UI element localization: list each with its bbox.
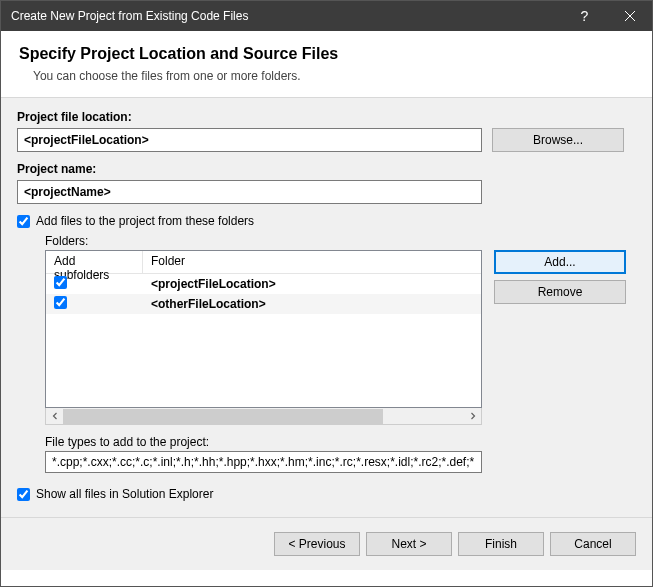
- name-label: Project name:: [17, 162, 636, 176]
- show-all-label: Show all files in Solution Explorer: [36, 487, 213, 501]
- scroll-right-button[interactable]: [464, 409, 481, 424]
- window-title: Create New Project from Existing Code Fi…: [11, 9, 562, 23]
- add-button[interactable]: Add...: [494, 250, 626, 274]
- folders-table[interactable]: Add subfolders Folder <projectFileLocati…: [45, 250, 482, 408]
- chevron-left-icon: [51, 412, 59, 420]
- table-row[interactable]: <otherFileLocation>: [46, 294, 481, 314]
- col-folder[interactable]: Folder: [143, 251, 481, 273]
- row-folder-path: <otherFileLocation>: [143, 297, 481, 311]
- chevron-right-icon: [469, 412, 477, 420]
- finish-button[interactable]: Finish: [458, 532, 544, 556]
- scroll-thumb[interactable]: [63, 409, 383, 424]
- wizard-footer: < Previous Next > Finish Cancel: [1, 517, 652, 570]
- add-folders-checkbox[interactable]: [17, 215, 30, 228]
- col-add-subfolders[interactable]: Add subfolders: [46, 251, 143, 273]
- previous-button[interactable]: < Previous: [274, 532, 360, 556]
- remove-button[interactable]: Remove: [494, 280, 626, 304]
- folders-label: Folders:: [45, 234, 636, 248]
- filetypes-input[interactable]: [45, 451, 482, 473]
- wizard-body: Project file location: Browse... Project…: [1, 98, 652, 517]
- page-title: Specify Project Location and Source File…: [19, 45, 634, 63]
- location-label: Project file location:: [17, 110, 636, 124]
- page-subtitle: You can choose the files from one or mor…: [33, 69, 634, 83]
- row-subfolders-checkbox[interactable]: [54, 276, 67, 289]
- row-subfolders-checkbox[interactable]: [54, 296, 67, 309]
- table-header: Add subfolders Folder: [46, 251, 481, 274]
- scroll-left-button[interactable]: [46, 409, 63, 424]
- browse-button[interactable]: Browse...: [492, 128, 624, 152]
- cancel-button[interactable]: Cancel: [550, 532, 636, 556]
- show-all-checkbox[interactable]: [17, 488, 30, 501]
- help-button[interactable]: ?: [562, 1, 607, 31]
- filetypes-label: File types to add to the project:: [45, 435, 636, 449]
- row-folder-path: <projectFileLocation>: [143, 277, 481, 291]
- horizontal-scrollbar[interactable]: [45, 408, 482, 425]
- add-folders-label: Add files to the project from these fold…: [36, 214, 254, 228]
- close-button[interactable]: [607, 1, 652, 31]
- location-input[interactable]: [17, 128, 482, 152]
- scroll-track[interactable]: [63, 409, 464, 424]
- title-bar: Create New Project from Existing Code Fi…: [1, 1, 652, 31]
- close-icon: [625, 11, 635, 21]
- next-button[interactable]: Next >: [366, 532, 452, 556]
- name-input[interactable]: [17, 180, 482, 204]
- table-row[interactable]: <projectFileLocation>: [46, 274, 481, 294]
- wizard-header: Specify Project Location and Source File…: [1, 31, 652, 98]
